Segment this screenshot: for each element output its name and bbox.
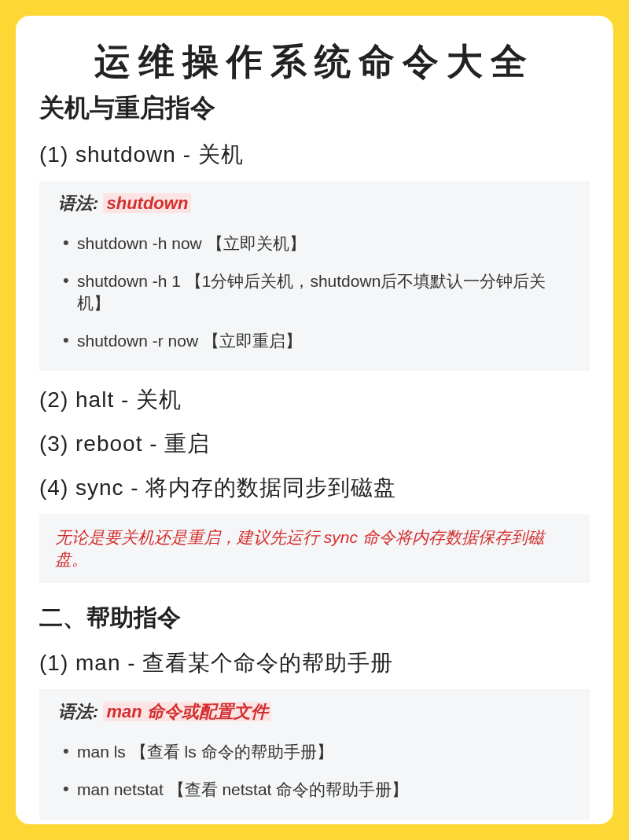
cmd-sync: (4) sync - 将内存的数据同步到磁盘 xyxy=(39,473,590,503)
cmd-num: (1) xyxy=(39,651,68,675)
list-item: shutdown -r now 【立即重启】 xyxy=(77,322,576,360)
tip-text: 无论是要关机还是重启，建议先运行 sync 命令将内存数据保存到磁盘。 xyxy=(55,526,574,570)
cmd-num: (3) xyxy=(39,431,68,456)
cmd-label: man - 查看某个命令的帮助手册 xyxy=(75,651,393,675)
cmd-label: sync - 将内存的数据同步到磁盘 xyxy=(75,475,396,500)
syntax-label: 语法: man 命令或配置文件 xyxy=(58,700,576,724)
cmd-num: (4) xyxy=(39,475,68,500)
syntax-value: shutdown xyxy=(103,193,191,213)
list-item: shutdown -h 1 【1分钟后关机，shutdown后不填默认一分钟后关… xyxy=(77,262,576,322)
syntax-value: man 命令或配置文件 xyxy=(103,702,270,721)
syntax-box-shutdown: 语法: shutdown shutdown -h now 【立即关机】 shut… xyxy=(39,181,590,371)
cmd-shutdown: (1) shutdown - 关机 xyxy=(39,140,590,170)
cmd-man: (1) man - 查看某个命令的帮助手册 xyxy=(39,648,590,678)
page-title: 运维操作系统命令大全 xyxy=(39,38,590,86)
cmd-halt: (2) halt - 关机 xyxy=(39,385,590,415)
example-list: man ls 【查看 ls 命令的帮助手册】 man netstat 【查看 n… xyxy=(58,733,576,809)
cmd-num: (2) xyxy=(39,387,68,412)
cmd-reboot: (3) reboot - 重启 xyxy=(39,429,590,459)
cmd-num: (1) xyxy=(39,142,68,167)
section-1-heading: 关机与重启指令 xyxy=(39,91,590,126)
content-card: 运维操作系统命令大全 关机与重启指令 (1) shutdown - 关机 语法:… xyxy=(16,16,613,824)
syntax-label-text: 语法: xyxy=(58,702,98,721)
list-item: shutdown -h now 【立即关机】 xyxy=(77,225,576,262)
syntax-box-man: 语法: man 命令或配置文件 man ls 【查看 ls 命令的帮助手册】 m… xyxy=(39,689,590,820)
tip-box: 无论是要关机还是重启，建议先运行 sync 命令将内存数据保存到磁盘。 xyxy=(39,514,590,583)
syntax-label: 语法: shutdown xyxy=(58,192,576,215)
syntax-label-text: 语法: xyxy=(58,193,98,213)
section-2-heading: 二、帮助指令 xyxy=(39,602,590,634)
cmd-label: halt - 关机 xyxy=(75,387,182,412)
cmd-label: reboot - 重启 xyxy=(75,431,210,456)
cmd-label: shutdown - 关机 xyxy=(75,142,244,167)
example-list: shutdown -h now 【立即关机】 shutdown -h 1 【1分… xyxy=(58,225,576,360)
list-item: man ls 【查看 ls 命令的帮助手册】 xyxy=(77,733,576,771)
list-item: man netstat 【查看 netstat 命令的帮助手册】 xyxy=(77,771,576,809)
